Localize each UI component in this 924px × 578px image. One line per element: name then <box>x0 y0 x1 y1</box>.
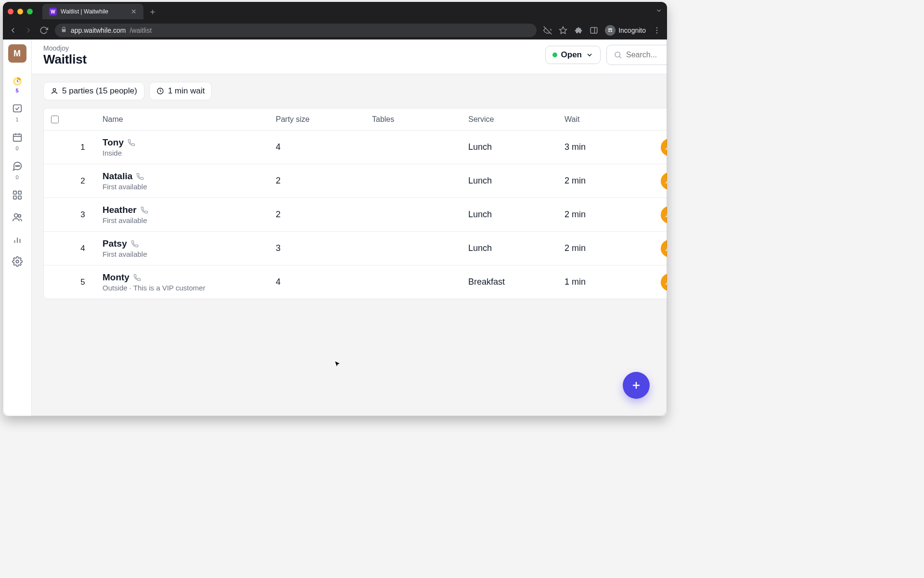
party-size: 2 <box>273 210 369 220</box>
svg-rect-22 <box>18 196 21 199</box>
table-row[interactable]: 3 Heather First available 2 Lunch 2 min <box>44 198 667 232</box>
sidebar-item-people[interactable] <box>3 207 32 229</box>
back-button[interactable] <box>9 26 17 35</box>
notify-button[interactable] <box>661 274 667 291</box>
star-icon[interactable] <box>559 26 567 35</box>
tabs-dropdown-icon[interactable] <box>655 7 662 16</box>
topbar: Moodjoy Waitlist Open <box>32 39 667 74</box>
grid-icon <box>12 190 23 202</box>
guest-name: Natalia <box>103 171 132 182</box>
table-row[interactable]: 1 Tony Inside 4 Lunch 3 min <box>44 131 667 164</box>
svg-point-6 <box>656 27 657 28</box>
wait-time: 3 min <box>562 142 658 152</box>
plus-icon <box>630 380 642 391</box>
guest-note: Inside <box>103 149 270 157</box>
eye-off-icon[interactable] <box>543 26 552 35</box>
notify-button[interactable] <box>661 206 667 223</box>
col-party-size[interactable]: Party size <box>273 115 369 124</box>
close-tab-icon[interactable]: ✕ <box>131 8 137 15</box>
svg-point-29 <box>615 52 620 57</box>
browser-tab-strip: W Waitlist | Waitwhile ✕ ＋ <box>3 2 667 21</box>
maximize-window-icon[interactable] <box>27 9 33 14</box>
svg-point-17 <box>17 166 18 167</box>
col-wait[interactable]: Wait <box>562 115 658 124</box>
incognito-label: Incognito <box>618 26 646 34</box>
minimize-window-icon[interactable] <box>17 9 23 14</box>
browser-tab[interactable]: W Waitlist | Waitwhile ✕ <box>42 4 143 19</box>
window-controls <box>8 9 33 14</box>
org-badge[interactable]: M <box>8 44 26 63</box>
table-row[interactable]: 2 Natalia First available 2 Lunch 2 min <box>44 164 667 198</box>
cursor-icon <box>334 361 341 368</box>
guest-note: Outside · This is a VIP customer <box>103 284 270 292</box>
chat-icon <box>12 161 23 173</box>
col-name[interactable]: Name <box>100 115 273 124</box>
kebab-menu-icon[interactable] <box>653 26 661 35</box>
svg-point-4 <box>608 30 610 32</box>
page-title: Waitlist <box>43 52 87 67</box>
party-size: 2 <box>273 176 369 186</box>
breadcrumb[interactable]: Moodjoy <box>43 44 87 52</box>
extensions-icon[interactable] <box>574 26 583 35</box>
sidebar: M 5 1 0 0 <box>3 39 32 416</box>
svg-rect-19 <box>13 191 16 194</box>
select-all-checkbox[interactable] <box>51 116 59 123</box>
url-domain: app.waitwhile.com <box>71 26 126 34</box>
guest-name: Monty <box>103 272 129 283</box>
col-service[interactable]: Service <box>465 115 562 124</box>
bar-chart-icon <box>12 234 23 247</box>
svg-rect-11 <box>13 105 21 112</box>
sidebar-item-checked[interactable]: 1 <box>3 98 32 127</box>
phone-icon <box>141 206 148 214</box>
table-row[interactable]: 4 Patsy First available 3 Lunch 2 min <box>44 232 667 265</box>
sidebar-count: 0 <box>15 174 18 180</box>
sidebar-item-apps[interactable] <box>3 185 32 207</box>
wait-time: 2 min <box>562 243 658 253</box>
calendar-icon <box>12 132 23 144</box>
notify-button[interactable] <box>661 240 667 257</box>
party-size: 4 <box>273 142 369 152</box>
search-input[interactable] <box>626 51 667 59</box>
service: Breakfast <box>465 277 562 287</box>
svg-marker-1 <box>560 27 567 34</box>
incognito-badge[interactable]: Incognito <box>605 25 646 36</box>
row-number: 2 <box>66 176 100 186</box>
sidebar-item-insights[interactable] <box>3 229 32 251</box>
row-number: 1 <box>66 143 100 152</box>
status-dropdown[interactable]: Open <box>545 46 601 64</box>
forward-button[interactable] <box>24 26 33 35</box>
service: Lunch <box>465 243 562 253</box>
svg-rect-12 <box>13 134 21 142</box>
notify-button[interactable] <box>661 172 667 190</box>
people-icon <box>12 212 23 224</box>
svg-point-16 <box>15 166 16 167</box>
url-path: /waitlist <box>129 26 152 34</box>
col-tables[interactable]: Tables <box>369 115 465 124</box>
parties-chip[interactable]: 5 parties (15 people) <box>43 82 144 100</box>
guest-name: Heather <box>103 205 137 215</box>
sidebar-item-settings[interactable] <box>3 251 32 274</box>
party-size: 3 <box>273 243 369 253</box>
status-dot-icon <box>552 53 557 57</box>
close-window-icon[interactable] <box>8 9 13 14</box>
sidebar-item-waitlist[interactable]: 5 <box>3 71 32 98</box>
reload-button[interactable] <box>39 26 48 35</box>
address-bar[interactable]: app.waitwhile.com/waitlist <box>55 24 537 37</box>
panel-icon[interactable] <box>590 26 598 35</box>
table-row[interactable]: 5 Monty Outside · This is a VIP customer… <box>44 265 667 299</box>
sidebar-item-calendar[interactable]: 0 <box>3 127 32 156</box>
notify-button[interactable] <box>661 139 667 156</box>
svg-point-31 <box>53 89 55 91</box>
phone-icon <box>131 240 139 248</box>
search-box[interactable] <box>606 45 667 65</box>
guest-note: First available <box>103 183 270 191</box>
chevron-down-icon <box>586 51 593 59</box>
sidebar-item-messages[interactable]: 0 <box>3 156 32 185</box>
new-tab-button[interactable]: ＋ <box>148 6 157 17</box>
add-fab-button[interactable] <box>623 372 650 399</box>
svg-line-30 <box>619 56 621 58</box>
service: Lunch <box>465 210 562 220</box>
svg-point-8 <box>656 32 657 33</box>
wait-chip[interactable]: 1 min wait <box>149 82 212 100</box>
wait-chip-label: 1 min wait <box>168 86 205 96</box>
